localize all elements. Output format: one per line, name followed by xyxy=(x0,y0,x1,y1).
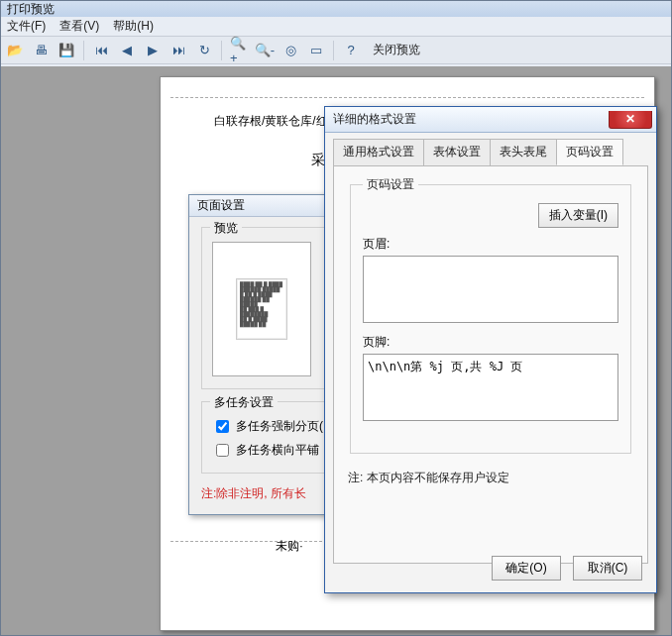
header-textarea[interactable] xyxy=(363,256,618,323)
zoom-out-button[interactable]: 🔍- xyxy=(255,41,275,60)
menu-file[interactable]: 文件(F) xyxy=(7,18,46,35)
horizontal-tile-checkbox[interactable] xyxy=(216,444,229,457)
tab-page-number[interactable]: 页码设置 xyxy=(556,139,623,165)
multitask-group-label: 多任务设置 xyxy=(210,394,278,411)
cancel-button[interactable]: 取消(C) xyxy=(573,556,642,581)
insert-variable-button[interactable]: 插入变量(I) xyxy=(538,203,618,228)
margin-line xyxy=(170,97,644,98)
toolbar: 📂 🖶 💾 ⏮ ◀ ▶ ⏭ ↻ 🔍+ 🔍- ◎ ▭ ? 关闭预览 xyxy=(1,37,671,64)
page-footer-text: 未购· xyxy=(276,538,302,555)
close-preview-link[interactable]: 关闭预览 xyxy=(373,42,420,58)
footer-textarea[interactable] xyxy=(363,354,618,421)
fit-page-button[interactable]: ▭ xyxy=(306,41,326,60)
tab-body[interactable]: 表体设置 xyxy=(423,139,491,165)
separator xyxy=(221,41,222,60)
prev-page-button[interactable]: ◀ xyxy=(117,41,137,60)
close-icon: ✕ xyxy=(625,112,635,126)
zoom-in-button[interactable]: 🔍+ xyxy=(229,41,249,60)
tab-panel-page-number: 页码设置 插入变量(I) 页眉: 页脚: 注: 本页内容不能保存用户设定 xyxy=(333,165,648,564)
close-button[interactable]: ✕ xyxy=(609,111,652,129)
force-paging-label: 多任务强制分页( xyxy=(236,418,323,435)
detail-format-dialog: 详细的格式设置 ✕ 通用格式设置 表体设置 表头表尾 页码设置 页码设置 插入变… xyxy=(324,106,657,593)
menu-help[interactable]: 帮助(H) xyxy=(113,18,154,35)
help-button[interactable]: ? xyxy=(341,41,361,60)
page-settings-title: 页面设置 xyxy=(197,197,245,214)
page-number-fieldset: 页码设置 插入变量(I) 页眉: 页脚: xyxy=(350,176,631,454)
open-button[interactable]: 📂 xyxy=(5,41,25,60)
footer-field-label: 页脚: xyxy=(363,334,618,351)
separator xyxy=(83,41,84,60)
header-field-label: 页眉: xyxy=(363,236,618,253)
tab-strip: 通用格式设置 表体设置 表头表尾 页码设置 xyxy=(325,133,656,165)
detail-dialog-titlebar[interactable]: 详细的格式设置 ✕ xyxy=(325,107,656,133)
tab-general[interactable]: 通用格式设置 xyxy=(333,139,424,165)
horizontal-tile-label: 多任务横向平铺 xyxy=(236,442,319,459)
separator xyxy=(333,41,334,60)
menu-view[interactable]: 查看(V) xyxy=(59,18,99,35)
menu-bar: 文件(F) 查看(V) 帮助(H) xyxy=(1,17,671,37)
force-paging-checkbox[interactable] xyxy=(216,420,229,433)
fit-width-button[interactable]: ◎ xyxy=(280,41,300,60)
refresh-button[interactable]: ↻ xyxy=(194,41,214,60)
window-title: 打印预览 xyxy=(7,1,55,18)
last-page-button[interactable]: ⏭ xyxy=(168,41,188,60)
detail-dialog-title: 详细的格式设置 xyxy=(333,111,609,128)
page-number-note: 注: 本页内容不能保存用户设定 xyxy=(348,470,633,486)
next-page-button[interactable]: ▶ xyxy=(143,41,163,60)
preview-thumbnail: ████ ██ █ ██████████ ██████ ██ █ ███████… xyxy=(212,242,311,376)
first-page-button[interactable]: ⏮ xyxy=(91,41,111,60)
tab-header-footer[interactable]: 表头表尾 xyxy=(490,139,557,165)
dialog-button-row: 确定(O) 取消(C) xyxy=(492,556,642,581)
window-titlebar: 打印预览 xyxy=(1,1,671,17)
page-number-legend: 页码设置 xyxy=(363,176,418,193)
save-button[interactable]: 💾 xyxy=(56,41,76,60)
preview-group-label: 预览 xyxy=(210,220,242,237)
ok-button[interactable]: 确定(O) xyxy=(492,556,561,581)
preview-thumbnail-content: ████ ██ █ ██████████ ██████ ██ █ ███████… xyxy=(236,278,287,340)
print-button[interactable]: 🖶 xyxy=(31,41,51,60)
